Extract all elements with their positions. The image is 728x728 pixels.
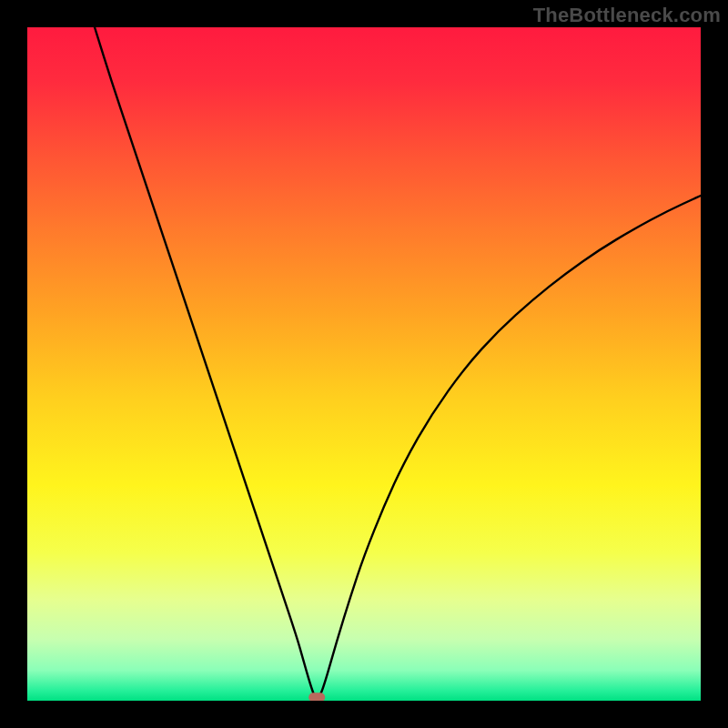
optimal-marker: [308, 693, 325, 701]
chart-frame: TheBottleneck.com: [0, 0, 728, 728]
bottleneck-chart: [27, 27, 701, 701]
watermark-text: TheBottleneck.com: [533, 4, 721, 27]
